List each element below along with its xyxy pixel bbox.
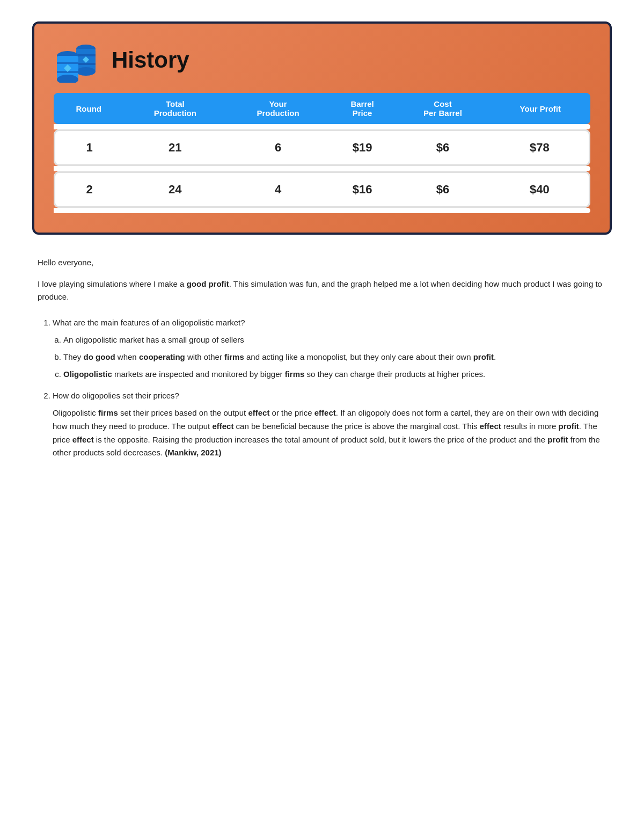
table-header-row: Round TotalProduction YourProduction Bar… [54, 93, 590, 124]
greeting: Hello everyone, [38, 256, 606, 269]
cell-total-prod-1: 21 [123, 129, 226, 166]
question-list: What are the main features of an oligopo… [53, 316, 606, 460]
svg-rect-3 [76, 54, 96, 56]
history-card: History Round TotalProduction YourProduc… [32, 21, 612, 235]
cell-barrel-price-2: $16 [330, 171, 395, 208]
col-barrel-price: BarrelPrice [330, 93, 395, 124]
barrel-icon [54, 40, 102, 80]
cell-your-prod-1: 6 [226, 129, 330, 166]
col-total-production: TotalProduction [123, 93, 226, 124]
history-table: Round TotalProduction YourProduction Bar… [54, 93, 590, 213]
table-row: 1 21 6 $19 $6 $78 [54, 129, 590, 166]
intro-paragraph: I love playing simulations where I make … [38, 278, 606, 303]
q1-answer-c: Oligopolistic markets are inspected and … [63, 368, 606, 381]
q2-label: How do oligopolies set their prices? [53, 391, 179, 400]
cell-profit-1: $78 [491, 129, 590, 166]
col-round: Round [54, 93, 123, 124]
card-header: History [54, 40, 590, 80]
svg-rect-4 [76, 63, 96, 65]
cell-barrel-price-1: $19 [330, 129, 395, 166]
q1-label: What are the main features of an oligopo… [53, 318, 245, 327]
cell-your-prod-2: 4 [226, 171, 330, 208]
question-2: How do oligopolies set their prices? Oli… [53, 389, 606, 460]
table-row: 2 24 4 $16 $6 $40 [54, 171, 590, 208]
text-section: Hello everyone, I love playing simulatio… [32, 256, 612, 460]
question-1: What are the main features of an oligopo… [53, 316, 606, 381]
card-title: History [112, 47, 189, 73]
q1-answer-a: An oligopolistic market has a small grou… [63, 333, 606, 346]
cell-total-prod-2: 24 [123, 171, 226, 208]
cell-profit-2: $40 [491, 171, 590, 208]
q1-answer-b: They do good when cooperating with other… [63, 351, 606, 364]
col-cost-per-barrel: CostPer Barrel [395, 93, 490, 124]
q2-answer: Oligopolistic firms set their prices bas… [53, 407, 606, 460]
cell-round-1: 1 [54, 129, 123, 166]
q1-answers: An oligopolistic market has a small grou… [63, 333, 606, 381]
cell-cost-barrel-1: $6 [395, 129, 490, 166]
col-your-production: YourProduction [226, 93, 330, 124]
svg-rect-9 [57, 62, 78, 64]
cell-cost-barrel-2: $6 [395, 171, 490, 208]
svg-point-2 [76, 67, 96, 76]
col-your-profit: Your Profit [491, 93, 590, 124]
cell-round-2: 2 [54, 171, 123, 208]
